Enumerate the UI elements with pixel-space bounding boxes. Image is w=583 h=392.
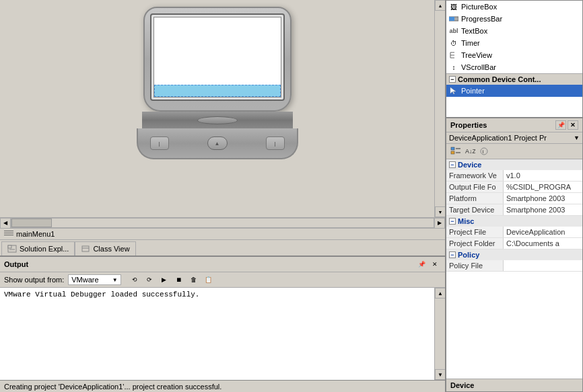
toolbox-item-progressbar[interactable]: ProgressBar [446,13,582,25]
nav-buttons: | ▲ | [143,134,292,153]
designer-panel: | ▲ | ▲ ▼ [0,0,445,392]
screen-blue-bar [154,85,281,97]
tab-solution-explorer[interactable]: Solution Expl... [1,241,75,256]
output-btn-4[interactable]: ⏹ [172,274,186,285]
output-btn-5[interactable]: 🗑 [187,274,201,285]
toolbox-item-timer[interactable]: ⏱ Timer [446,37,582,49]
textbox-label: TextBox [461,27,487,35]
properties-footer-text: Device [450,381,474,389]
prop-properties-btn[interactable]: i [477,145,491,157]
properties-dropdown-arrow[interactable]: ▼ [574,134,580,141]
phone-screen [153,17,281,97]
svg-rect-0 [4,231,13,231]
misc-section-label: Misc [458,217,474,225]
output-btn-2[interactable]: ⟳ [143,274,156,285]
svg-rect-4 [8,245,11,248]
menu-label: mainMenu1 [16,230,55,238]
canvas-h-scrollbar: ◀ ▶ [0,217,445,228]
right-soft-key[interactable]: | [266,136,285,150]
v-scroll-down-btn[interactable]: ▼ [435,206,445,217]
menu-icon [4,230,13,238]
properties-object-name: DeviceApplication1 Project Pr ▼ [446,132,582,144]
toolbox-item-vscrollbar[interactable]: ↕ VScrollBar [446,61,582,73]
section-misc: − Misc [446,216,582,227]
output-scroll-up[interactable]: ▲ [435,288,445,299]
phone-container: | ▲ | [143,7,292,153]
progressbar-icon [449,14,458,24]
output-scroll-down[interactable]: ▼ [435,369,445,380]
canvas-content: | ▲ | [0,0,434,217]
toolbox-item-picturebox[interactable]: 🖼 PictureBox [446,1,582,13]
status-bar: Creating project 'DeviceApplication1'...… [0,380,445,392]
textbox-icon: abl [449,26,458,36]
toolbox-section-common: − Common Device Cont... [446,73,582,85]
class-view-label: Class View [93,245,129,253]
output-row: VMware Virtual Debugger loaded successfu… [0,288,445,380]
tab-class-view[interactable]: Class View [75,241,135,256]
v-scroll-track [435,11,445,206]
main-area: | ▲ | ▲ ▼ [0,0,583,392]
output-close-btn[interactable]: ✕ [429,259,441,270]
h-scroll-left-btn[interactable]: ◀ [0,218,11,229]
phone-bottom: | ▲ | [137,128,298,159]
h-scroll-right-btn[interactable]: ▶ [434,218,445,229]
output-source-bar: Show output from: VMware ▼ ⟲ ⟳ ▶ ⏹ 🗑 📋 [0,272,445,288]
output-v-scrollbar: ▲ ▼ [434,288,445,380]
prop-project-file: Project File DeviceApplication [446,227,582,238]
section-device: − Device [446,159,582,170]
toolbox-item-textbox[interactable]: abl TextBox [446,25,582,37]
left-soft-key[interactable]: | [150,136,169,150]
prop-platform-value: Smartphone 2003 [504,193,582,204]
prop-target-device: Target Device Smartphone 2003 [446,204,582,216]
properties-panel: Properties 📌 ✕ DeviceApplication1 Projec… [446,118,583,392]
source-dropdown[interactable]: VMware ▼ [68,274,121,285]
output-title: Output [4,260,28,268]
prop-categorized-btn[interactable] [449,145,462,157]
misc-expand-icon[interactable]: − [449,218,456,225]
output-btn-1[interactable]: ⟲ [128,274,141,285]
nav-dpad[interactable]: ▲ [207,136,228,150]
v-scroll-up-btn[interactable]: ▲ [435,0,445,11]
prop-project-folder-name: Project Folder [446,238,504,249]
svg-rect-6 [82,246,89,251]
prop-policy-file: Policy File [446,260,582,272]
properties-pin-btn[interactable]: 📌 [555,120,566,130]
solution-explorer-icon [7,244,17,253]
section-collapse-icon[interactable]: − [449,76,456,83]
policy-section-label: Policy [458,251,479,259]
output-btn-3[interactable]: ▶ [158,274,171,285]
class-view-icon [81,244,90,253]
prop-output-name: Output File Fo [446,182,504,192]
prop-alphabetical-btn[interactable]: A↓Z [463,145,477,157]
prop-platform: Platform Smartphone 2003 [446,193,582,204]
treeview-label: TreeView [461,51,492,59]
device-expand-icon[interactable]: − [449,161,456,168]
properties-close-btn[interactable]: ✕ [568,120,578,130]
svg-marker-14 [450,87,456,94]
svg-text:A↓Z: A↓Z [465,148,475,155]
source-label: Show output from: [4,276,64,284]
phone-body [143,7,292,112]
toolbox-item-pointer[interactable]: Pointer [446,85,582,97]
svg-rect-2 [4,235,13,235]
progressbar-label: ProgressBar [461,15,502,23]
phone-screen-area [150,13,285,101]
svg-rect-9 [449,17,454,21]
right-panel: 🖼 PictureBox ProgressBar abl TextBox ⏱ T… [445,0,583,392]
prop-project-file-value: DeviceApplication [504,227,582,237]
output-content: VMware Virtual Debugger loaded successfu… [0,288,434,380]
output-pin-btn[interactable]: 📌 [415,259,427,270]
svg-rect-1 [4,233,13,233]
output-action-btns: ⟲ ⟳ ▶ ⏹ 🗑 📋 [128,274,215,285]
output-btn-6[interactable]: 📋 [202,274,215,285]
policy-expand-icon[interactable]: − [449,251,456,258]
source-value: VMware [71,276,98,284]
toolbox-item-treeview[interactable]: TreeView [446,49,582,61]
prop-target-value: Smartphone 2003 [504,204,582,215]
properties-object-label: DeviceApplication1 Project Pr [449,134,547,142]
dropdown-arrow: ▼ [112,277,118,283]
prop-policy-name: Policy File [446,260,504,271]
prop-framework-name: Framework Ve [446,170,504,181]
picturebox-icon: 🖼 [449,2,458,11]
canvas-area: | ▲ | ▲ ▼ [0,0,445,228]
